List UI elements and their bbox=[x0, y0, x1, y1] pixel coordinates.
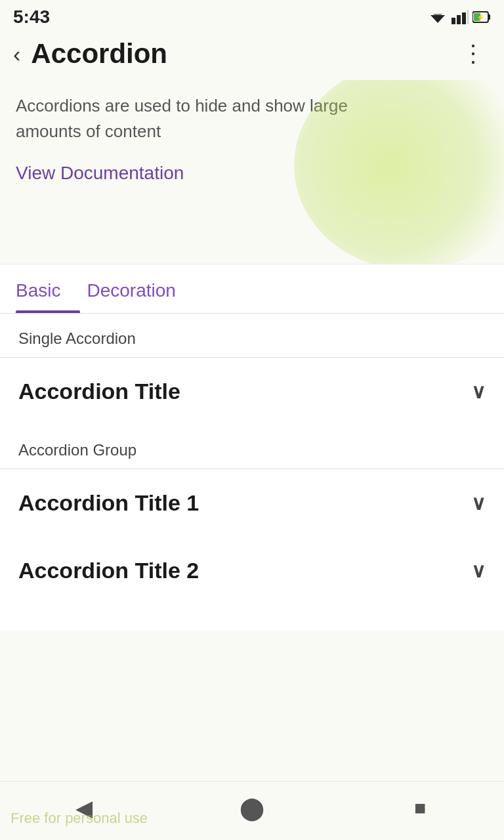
tab-decoration[interactable]: Decoration bbox=[87, 264, 195, 313]
tabs-row: Basic Decoration bbox=[0, 264, 504, 313]
wifi-icon bbox=[428, 10, 448, 24]
svg-rect-2 bbox=[452, 18, 455, 24]
page-title: Accordion bbox=[31, 38, 167, 70]
chevron-down-icon-group-1: ∨ bbox=[471, 492, 486, 514]
svg-text:⚡: ⚡ bbox=[476, 13, 485, 22]
tabs-container: Basic Decoration bbox=[0, 264, 504, 314]
more-button[interactable]: ⋮ bbox=[456, 39, 491, 68]
header-left: ‹ Accordion bbox=[8, 38, 167, 70]
svg-rect-4 bbox=[462, 12, 466, 24]
accordion-title-group-2: Accordion Title 2 bbox=[18, 558, 199, 583]
chevron-down-icon-group-2: ∨ bbox=[471, 559, 486, 582]
svg-rect-5 bbox=[467, 10, 469, 24]
tab-basic[interactable]: Basic bbox=[16, 264, 80, 313]
chevron-down-icon-single-1: ∨ bbox=[471, 380, 486, 403]
hero-description: Accordions are used to hide and show lar… bbox=[16, 93, 396, 144]
accordion-title-group-1: Accordion Title 1 bbox=[18, 490, 199, 516]
svg-rect-7 bbox=[488, 14, 490, 20]
accordion-group-label: Accordion Group bbox=[0, 425, 504, 469]
nav-back-button[interactable]: ◀ bbox=[58, 788, 110, 828]
status-icons: ⚡ bbox=[428, 10, 491, 24]
single-accordion-section: Single Accordion Accordion Title ∨ bbox=[0, 314, 504, 425]
status-time: 5:43 bbox=[13, 7, 50, 28]
accordion-item-group-1[interactable]: Accordion Title 1 ∨ bbox=[0, 469, 504, 537]
svg-rect-3 bbox=[457, 15, 461, 24]
back-button[interactable]: ‹ bbox=[8, 40, 26, 68]
status-bar: 5:43 ⚡ bbox=[0, 0, 504, 32]
content-area: Single Accordion Accordion Title ∨ Accor… bbox=[0, 314, 504, 631]
single-accordion-label: Single Accordion bbox=[0, 314, 504, 357]
signal-icon bbox=[452, 10, 469, 24]
accordion-group-section: Accordion Group Accordion Title 1 ∨ Acco… bbox=[0, 425, 504, 604]
hero-section: Accordions are used to hide and show lar… bbox=[0, 80, 504, 264]
accordion-item-single-1[interactable]: Accordion Title ∨ bbox=[0, 358, 504, 425]
nav-home-button[interactable]: ⬤ bbox=[226, 788, 278, 828]
accordion-title-single-1: Accordion Title bbox=[18, 379, 180, 404]
view-docs-link[interactable]: View Documentation bbox=[16, 163, 184, 183]
nav-square-button[interactable]: ■ bbox=[394, 788, 446, 828]
bottom-nav: ◀ ⬤ ■ bbox=[0, 781, 504, 840]
accordion-item-group-2[interactable]: Accordion Title 2 ∨ bbox=[0, 537, 504, 604]
app-header: ‹ Accordion ⋮ bbox=[0, 32, 504, 80]
battery-icon: ⚡ bbox=[472, 10, 491, 24]
